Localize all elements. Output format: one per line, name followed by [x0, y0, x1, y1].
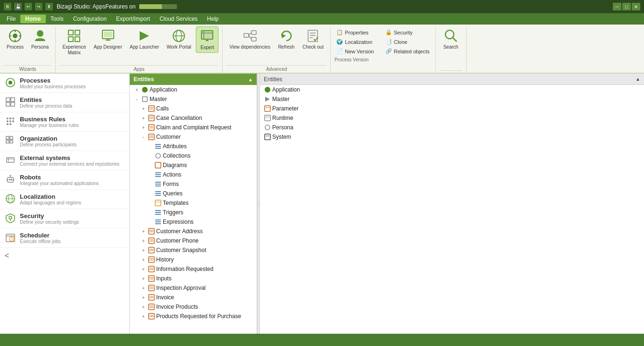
menu-item-home[interactable]: Home — [20, 15, 45, 23]
claim-complaint-expander[interactable]: + — [140, 124, 147, 131]
right-tree-item-system[interactable]: System — [260, 132, 644, 142]
svg-point-140 — [265, 87, 270, 93]
sidebar: Processes Model your business processes … — [0, 74, 130, 334]
ribbon-btn-app-designer[interactable]: App Designer — [91, 26, 125, 52]
ribbon-btn-app-launcher[interactable]: App Launcher — [127, 26, 162, 52]
products-requested-expander[interactable]: + — [140, 313, 147, 320]
menu-item-tools[interactable]: Tools — [46, 15, 68, 23]
window-controls: ─ □ ✕ — [613, 3, 640, 10]
tree-item-customer-snapshot[interactable]: + Customer Snapshot — [130, 245, 257, 255]
ribbon-btn-related-objects[interactable]: 🔗 Related objects — [384, 47, 432, 55]
tree-item-actions[interactable]: Actions — [130, 170, 257, 179]
ribbon-btn-expert[interactable]: Expert — [196, 26, 218, 53]
tree-item-triggers[interactable]: Triggers — [130, 208, 257, 217]
sidebar-item-organization-text: Organization Define process participants — [20, 135, 77, 147]
svg-line-28 — [249, 35, 251, 39]
tree-item-inputs[interactable]: + Inputs — [130, 274, 257, 283]
redo-icon[interactable]: ↪ — [35, 3, 42, 10]
menu-item-export-import[interactable]: Export/Import — [111, 15, 155, 23]
menu-item-configuration[interactable]: Configuration — [68, 15, 111, 23]
tree-item-queries[interactable]: Queries — [130, 189, 257, 198]
tree-item-master[interactable]: - Master — [130, 94, 257, 104]
ribbon-btn-process[interactable]: Process — [4, 26, 26, 52]
tree-item-invoice-products[interactable]: + Invoice Products — [130, 302, 257, 312]
sidebar-item-organization[interactable]: Organization Define process participants — [0, 132, 129, 151]
inspection-approval-expander[interactable]: + — [140, 285, 147, 291]
right-tree-item-master[interactable]: Master — [260, 94, 644, 104]
save-icon[interactable]: 💾 — [14, 3, 22, 10]
menu-item-file[interactable]: File — [2, 15, 20, 23]
tree-item-customer[interactable]: - Customer — [130, 132, 257, 142]
inputs-expander[interactable]: + — [140, 275, 147, 282]
tree-item-claim-complaint[interactable]: + Claim and Complaint Request — [130, 123, 257, 132]
customer-expander[interactable]: - — [140, 134, 147, 140]
invoice-expander[interactable]: + — [140, 294, 147, 301]
svg-rect-50 — [6, 136, 9, 139]
ribbon-btn-search[interactable]: Search — [440, 26, 462, 52]
tree-item-customer-address[interactable]: + Customer Address — [130, 227, 257, 236]
tree-item-case-cancellation[interactable]: + Case Cancellation — [130, 113, 257, 123]
ribbon-btn-work-portal[interactable]: Work Portal — [164, 26, 194, 52]
menu-item-cloud-services[interactable]: Cloud Services — [155, 15, 202, 23]
case-cancellation-expander[interactable]: + — [140, 115, 147, 121]
tree-item-expressions[interactable]: Expressions — [130, 217, 257, 227]
menu-item-help[interactable]: Help — [202, 15, 224, 23]
tree-item-inspection-approval[interactable]: + Inspection Approval — [130, 283, 257, 293]
ribbon-btn-new-version[interactable]: 📄 New Version — [335, 47, 376, 55]
ribbon-btn-security[interactable]: 🔒 Security — [384, 28, 432, 36]
right-panel-sort-icon[interactable]: ▲ — [636, 76, 640, 82]
right-tree-item-parameter[interactable]: Parameter — [260, 104, 644, 113]
sidebar-item-business-rules[interactable]: Business Rules Manage your business rule… — [0, 112, 129, 132]
tree-label-queries: Queries — [163, 190, 183, 197]
right-tree-item-runtime[interactable]: Runtime — [260, 113, 644, 123]
ribbon-btn-properties[interactable]: 📋 Properties — [335, 28, 376, 36]
tree-item-attributes[interactable]: Attributes — [130, 142, 257, 151]
sidebar-collapse-button[interactable]: < — [0, 248, 129, 264]
master-expander[interactable]: - — [134, 96, 140, 102]
sidebar-security-title: Security — [20, 212, 79, 219]
tree-item-customer-phone[interactable]: + Customer Phone — [130, 236, 257, 245]
right-tree-item-application[interactable]: Application — [260, 85, 644, 94]
undo-icon[interactable]: ↩ — [25, 3, 32, 10]
history-expander[interactable]: + — [140, 256, 147, 263]
ribbon-btn-refresh[interactable]: Refresh — [275, 26, 298, 52]
ribbon-btn-experience-matrix[interactable]: ExperienceMatrix — [59, 26, 89, 58]
tree-item-forms[interactable]: Forms — [130, 179, 257, 189]
sidebar-item-localization[interactable]: Localization Adapt languages and regions — [0, 190, 129, 209]
left-tree-sort-icon[interactable]: ▲ — [248, 77, 253, 82]
tree-item-diagrams[interactable]: Diagrams — [130, 160, 257, 170]
tree-item-information-requested[interactable]: + Information Requested — [130, 264, 257, 274]
invoice-products-expander[interactable]: + — [140, 304, 147, 310]
customer-snapshot-expander[interactable]: + — [140, 247, 147, 253]
tree-item-calls[interactable]: + Calls — [130, 104, 257, 113]
ribbon-btn-check-out[interactable]: Check out — [300, 26, 326, 52]
tree-item-templates[interactable]: Templates — [130, 198, 257, 208]
right-tree-label-parameter: Parameter — [272, 105, 299, 112]
tree-item-collections[interactable]: Collections — [130, 151, 257, 160]
ribbon-btn-view-dependencies[interactable]: View dependencies — [226, 26, 273, 52]
sidebar-item-robots[interactable]: Robots Integrate your automated applicat… — [0, 170, 129, 190]
tree-item-application[interactable]: + Application — [130, 85, 257, 94]
minimize-button[interactable]: ─ — [613, 3, 621, 10]
maximize-button[interactable]: □ — [622, 3, 631, 10]
close-button[interactable]: ✕ — [632, 3, 640, 10]
tree-item-invoice[interactable]: + Invoice — [130, 293, 257, 302]
tree-item-products-requested[interactable]: + Products Requested for Purchase — [130, 312, 257, 321]
sidebar-item-processes[interactable]: Processes Model your business processes — [0, 74, 129, 93]
right-tree-item-persona[interactable]: Persona — [260, 123, 644, 132]
ribbon-btn-clone[interactable]: 📑 Clone — [384, 38, 432, 46]
publish-icon[interactable]: ⬆ — [45, 3, 53, 10]
information-requested-expander[interactable]: + — [140, 266, 147, 272]
customer-phone-expander[interactable]: + — [140, 237, 147, 244]
tree-item-history[interactable]: + History — [130, 255, 257, 264]
properties-icon: 📋 — [336, 29, 343, 35]
sidebar-item-security[interactable]: Security Define your security settings — [0, 209, 129, 228]
ribbon-btn-localization[interactable]: 🌍 Localization — [335, 38, 376, 46]
calls-expander[interactable]: + — [140, 105, 147, 112]
sidebar-item-external-systems[interactable]: External systems Connect your external s… — [0, 151, 129, 170]
sidebar-item-entities[interactable]: Entities Define your process data — [0, 93, 129, 112]
application-expander[interactable]: + — [134, 86, 140, 93]
sidebar-item-scheduler[interactable]: Scheduler Execute offline jobs — [0, 228, 129, 248]
customer-address-expander[interactable]: + — [140, 228, 147, 235]
ribbon-btn-persona[interactable]: Persona — [28, 26, 51, 52]
